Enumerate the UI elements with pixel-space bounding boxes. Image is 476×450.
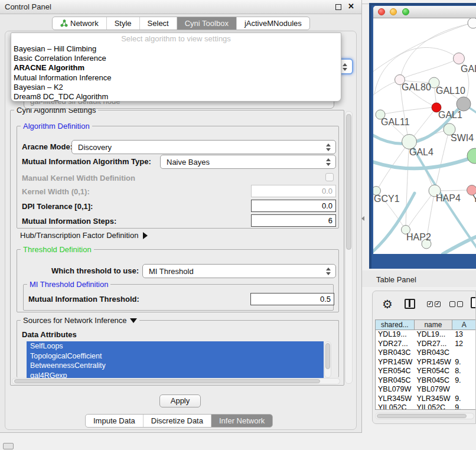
aracne-mode-combo[interactable]: Discovery bbox=[71, 140, 336, 154]
column-header-partial[interactable]: A bbox=[452, 320, 476, 330]
scrollbar-thumb[interactable] bbox=[14, 379, 320, 383]
tab-cyni-toolbox[interactable]: Cyni Toolbox bbox=[177, 17, 237, 30]
zoom-traffic-light-icon[interactable] bbox=[402, 8, 409, 15]
gear-icon[interactable]: ⚙ bbox=[382, 297, 393, 311]
tab-style[interactable]: Style bbox=[107, 17, 140, 30]
settings-vertical-scrollbar[interactable] bbox=[345, 111, 353, 384]
manual-kernel-width-checkbox[interactable] bbox=[325, 173, 334, 181]
tab-network[interactable]: Network bbox=[53, 17, 107, 30]
mi-threshold-field[interactable]: 0.5 bbox=[250, 293, 334, 305]
list-item[interactable]: gal4RGexp bbox=[27, 371, 324, 379]
unchecked-columns-icon[interactable] bbox=[449, 301, 463, 307]
dock-panel-button[interactable] bbox=[3, 443, 14, 449]
mi-steps-field[interactable]: 6 bbox=[251, 214, 336, 227]
tab-jactivemnodules[interactable]: jActiveMNodules bbox=[237, 17, 309, 30]
algorithm-dropdown-popup: Select algorithm to view settings Bayesi… bbox=[11, 32, 341, 102]
menu-item[interactable]: Dream8 DC_TDC Algorithm bbox=[14, 92, 108, 101]
hub-tf-definition-label: Hub/Transcription Factor Definition bbox=[20, 231, 138, 240]
float-window-icon[interactable] bbox=[335, 4, 341, 10]
menu-item-aracne[interactable]: ARACNE Algorithm bbox=[14, 63, 84, 72]
network-window-titlebar bbox=[373, 6, 476, 18]
which-threshold-combo[interactable]: MI Threshold bbox=[142, 264, 336, 278]
scrollbar-thumb[interactable] bbox=[346, 114, 351, 250]
list-item[interactable]: TopologicalCoefficient bbox=[27, 351, 324, 361]
network-canvas[interactable]: GAL GAL80 GAL10 GAL1 GAL11 SWI4 GAL4 GCY… bbox=[373, 18, 476, 254]
cyni-algorithm-settings-group: Cyni Algorithm Settings Algorithm Defini… bbox=[10, 110, 344, 386]
network-icon bbox=[60, 19, 68, 27]
kernel-width-field[interactable]: 0.0 bbox=[251, 185, 336, 197]
mi-threshold-definition-title: MI Threshold Definition bbox=[27, 280, 110, 289]
node-gray[interactable] bbox=[457, 97, 471, 111]
attributes-list-scrollbar[interactable] bbox=[324, 341, 331, 378]
column-header-shared-name[interactable]: shared... bbox=[376, 320, 415, 330]
which-threshold-value: MI Threshold bbox=[149, 267, 194, 276]
node[interactable] bbox=[454, 53, 465, 64]
control-panel-tabbar: Network Style Select Cyni Toolbox jActiv… bbox=[52, 17, 310, 30]
table-row[interactable]: YDL19...YDL19...13 bbox=[376, 330, 476, 340]
kernel-width-label: Kernel Width (0,1): bbox=[22, 187, 90, 196]
minimize-traffic-light-icon[interactable] bbox=[390, 8, 397, 15]
list-item[interactable]: SelfLoops bbox=[27, 341, 324, 351]
combo-spinner-icon bbox=[325, 158, 331, 167]
file-icon[interactable] bbox=[471, 297, 476, 308]
data-attributes-label: Data Attributes bbox=[22, 330, 77, 339]
combo-spinner-icon bbox=[342, 63, 347, 71]
close-traffic-light-icon[interactable] bbox=[378, 8, 385, 15]
settings-horizontal-scrollbar[interactable] bbox=[12, 378, 340, 384]
list-item[interactable]: BetweennessCentrality bbox=[27, 361, 324, 371]
checked-columns-icon[interactable]: ✓ ✓ bbox=[427, 301, 441, 307]
mi-threshold-definition-group: MI Threshold Definition Mutual Informati… bbox=[23, 284, 334, 311]
table-row[interactable]: YBL079WYBL079W bbox=[376, 385, 476, 394]
column-header-name[interactable]: name bbox=[415, 320, 453, 330]
sources-expander[interactable]: Sources for Network Inference bbox=[21, 316, 139, 325]
table-row[interactable]: YLR345WYLR345W9. bbox=[376, 394, 476, 404]
sources-group: Sources for Network Inference Data Attri… bbox=[17, 320, 339, 377]
scrollbar-thumb[interactable] bbox=[325, 343, 330, 369]
table-row[interactable]: YIL052CYIL052C9. bbox=[376, 403, 476, 410]
panel-splitter-handle[interactable] bbox=[361, 216, 364, 221]
expander-expanded-icon bbox=[130, 318, 137, 323]
aracne-mode-label: Aracne Mode: bbox=[22, 142, 73, 151]
combo-spinner-icon bbox=[325, 267, 331, 276]
node-green[interactable] bbox=[467, 148, 476, 164]
network-window: GAL GAL80 GAL10 GAL1 GAL11 SWI4 GAL4 GCY… bbox=[373, 6, 476, 254]
node[interactable] bbox=[468, 18, 476, 28]
apply-button[interactable]: Apply bbox=[159, 394, 201, 407]
mi-type-label: Mutual Information Algorithm Type: bbox=[22, 157, 151, 166]
table-row[interactable]: YER054CYER054C8. bbox=[376, 367, 476, 376]
scrollbar-thumb[interactable] bbox=[377, 414, 467, 418]
table-panel: ⚙ ✓ ✓ shared... name A YDL19...YDL19...1… bbox=[372, 291, 476, 424]
node-label: SWI4 bbox=[451, 133, 474, 143]
node-label: GAL80 bbox=[402, 82, 431, 92]
network-graph: GAL GAL80 GAL10 GAL1 GAL11 SWI4 GAL4 GCY… bbox=[373, 18, 476, 254]
split-view-icon[interactable] bbox=[405, 299, 415, 309]
screen: Control Panel ✕ Network Style Select Cyn… bbox=[0, 0, 476, 450]
threshold-definition-title: Threshold Definition bbox=[21, 245, 94, 254]
node-label: GAL1 bbox=[438, 110, 462, 120]
manual-kernel-width-label: Manual Kernel Width Definition bbox=[22, 174, 135, 182]
expander-collapsed-icon bbox=[143, 232, 148, 239]
control-panel-title: Control Panel bbox=[5, 2, 51, 11]
table-row[interactable]: YDR27...YDR27...12 bbox=[376, 340, 476, 349]
menu-item[interactable]: Bayesian – Hill Climbing bbox=[14, 44, 96, 53]
tab-infer-network[interactable]: Infer Network bbox=[211, 415, 272, 427]
table-horizontal-scrollbar[interactable] bbox=[375, 413, 474, 419]
menu-item[interactable]: Mutual Information Inference bbox=[14, 73, 111, 82]
menu-item[interactable]: Bayesian – K2 bbox=[14, 83, 63, 92]
tab-select[interactable]: Select bbox=[140, 17, 177, 30]
dpi-tolerance-field[interactable]: 0.0 bbox=[251, 200, 336, 212]
checked-box-icon: ✓ bbox=[427, 301, 433, 307]
mi-type-combo[interactable]: Naive Bayes bbox=[160, 155, 336, 169]
tab-discretize-data[interactable]: Discretize Data bbox=[144, 415, 211, 427]
menu-item[interactable]: Basic Correlation Inference bbox=[14, 54, 106, 63]
node-label: GCY1 bbox=[374, 194, 400, 204]
close-icon[interactable]: ✕ bbox=[348, 2, 354, 11]
cyni-bottom-tabbar: Impute Data Discretize Data Infer Networ… bbox=[85, 414, 273, 428]
node-label: GAL11 bbox=[381, 117, 410, 127]
hub-tf-definition-expander[interactable]: Hub/Transcription Factor Definition bbox=[20, 231, 148, 240]
node-label: GAL bbox=[461, 64, 476, 74]
table-row[interactable]: YPR145WYPR145W9. bbox=[376, 358, 476, 367]
table-row[interactable]: YBR043CYBR043C bbox=[376, 348, 476, 358]
table-row[interactable]: YBR045CYBR045C9. bbox=[376, 376, 476, 386]
tab-impute-data[interactable]: Impute Data bbox=[86, 415, 144, 427]
